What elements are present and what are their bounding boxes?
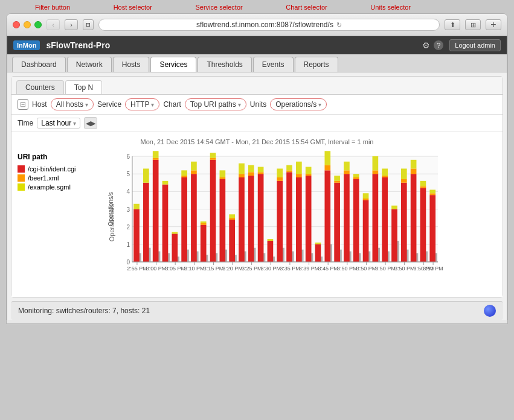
chart-legend: URI path /cgi-bin/ident.cgi /beer1.xml bbox=[18, 150, 96, 291]
browser-titlebar: ‹ › ⊡ sflowtrend.sf.inmon.com:8087/sflow… bbox=[7, 14, 507, 36]
minimize-button[interactable] bbox=[24, 21, 31, 28]
sub-tab-topn[interactable]: Top N bbox=[65, 80, 102, 94]
svg-rect-86 bbox=[268, 241, 274, 262]
svg-rect-107 bbox=[306, 167, 312, 174]
svg-rect-97 bbox=[286, 165, 292, 171]
svg-text:6: 6 bbox=[126, 153, 130, 160]
fullscreen-button[interactable] bbox=[34, 21, 42, 28]
svg-rect-52 bbox=[201, 225, 207, 262]
svg-text:3:39 PM: 3:39 PM bbox=[299, 266, 320, 272]
svg-rect-131 bbox=[353, 177, 359, 179]
sub-tab-counters[interactable]: Counters bbox=[16, 80, 64, 94]
svg-rect-76 bbox=[248, 176, 254, 262]
filter-icon[interactable]: ⊟ bbox=[18, 99, 28, 110]
svg-rect-161 bbox=[411, 160, 417, 169]
svg-rect-106 bbox=[306, 174, 312, 176]
nav-tab-thresholds[interactable]: Thresholds bbox=[198, 57, 251, 72]
svg-rect-170 bbox=[429, 193, 435, 195]
chart-selector[interactable]: Top URI paths ▾ bbox=[185, 98, 246, 110]
svg-rect-112 bbox=[315, 243, 321, 244]
help-icon[interactable]: ? bbox=[434, 40, 443, 50]
units-label: Units bbox=[250, 100, 266, 109]
service-selector-arrow: ▾ bbox=[151, 101, 154, 108]
svg-rect-42 bbox=[181, 177, 187, 262]
bar-chart-svg: Operations/s 0123456Operations/s2:55 PM3… bbox=[106, 150, 444, 289]
nav-tab-dashboard[interactable]: Dashboard bbox=[12, 57, 66, 72]
svg-rect-73 bbox=[239, 174, 245, 177]
url-bar[interactable]: sflowtrend.sf.inmon.com:8087/sflowtrend/… bbox=[98, 19, 440, 31]
settings-icon[interactable]: ⚙ bbox=[422, 40, 430, 50]
svg-rect-43 bbox=[181, 176, 187, 177]
svg-rect-145 bbox=[382, 176, 388, 177]
svg-text:2:55 PM: 2:55 PM bbox=[127, 266, 147, 272]
forward-button[interactable]: › bbox=[65, 19, 78, 30]
svg-rect-35 bbox=[162, 181, 169, 185]
svg-text:3:30 PM: 3:30 PM bbox=[261, 266, 281, 272]
svg-rect-58 bbox=[210, 153, 216, 158]
svg-rect-84 bbox=[258, 167, 264, 173]
svg-text:3:05 PM: 3:05 PM bbox=[165, 266, 185, 272]
svg-rect-77 bbox=[248, 172, 254, 176]
annotations-row: Filter button Host selector Service sele… bbox=[0, 0, 423, 12]
nav-tab-hosts[interactable]: Hosts bbox=[113, 57, 150, 72]
svg-rect-102 bbox=[296, 174, 302, 177]
svg-text:3:35 PM: 3:35 PM bbox=[280, 266, 300, 272]
logout-button[interactable]: Logout admin bbox=[449, 39, 501, 51]
time-selector[interactable]: Last hour ▾ bbox=[37, 118, 80, 129]
status-icon bbox=[484, 305, 496, 317]
svg-rect-105 bbox=[306, 176, 312, 262]
browser-window: ‹ › ⊡ sflowtrend.sf.inmon.com:8087/sflow… bbox=[6, 13, 508, 324]
sub-tabs: Counters Top N bbox=[11, 77, 503, 95]
svg-rect-153 bbox=[401, 183, 407, 262]
share-button[interactable]: ⬆ bbox=[445, 19, 460, 30]
annotation-filter: Filter button bbox=[35, 4, 70, 11]
tab-view-icon[interactable]: ⊡ bbox=[83, 19, 94, 30]
legend-item-0: /cgi-bin/ident.cgi bbox=[18, 165, 96, 173]
svg-text:3:50 PM: 3:50 PM bbox=[375, 266, 396, 272]
app-title: sFlowTrend-Pro bbox=[46, 40, 416, 50]
svg-rect-30 bbox=[153, 151, 159, 158]
svg-rect-87 bbox=[268, 239, 274, 241]
svg-rect-37 bbox=[172, 234, 178, 262]
svg-rect-124 bbox=[344, 174, 350, 262]
svg-text:1: 1 bbox=[126, 241, 130, 248]
legend-item-2: /example.sgml bbox=[18, 183, 96, 191]
nav-tabs: Dashboard Network Hosts Services Thresho… bbox=[7, 54, 507, 72]
nav-tab-events[interactable]: Events bbox=[253, 57, 294, 72]
svg-text:3:50 PM: 3:50 PM bbox=[356, 266, 377, 272]
new-tab-button[interactable]: + bbox=[486, 19, 501, 30]
svg-rect-25 bbox=[143, 183, 149, 262]
svg-rect-144 bbox=[382, 177, 388, 262]
svg-text:0: 0 bbox=[126, 259, 130, 266]
svg-rect-154 bbox=[401, 179, 407, 183]
chart-label: Chart bbox=[163, 100, 181, 109]
svg-rect-82 bbox=[258, 174, 264, 262]
status-text: Monitoring: switches/routers: 7, hosts: … bbox=[18, 307, 150, 315]
close-button[interactable] bbox=[13, 21, 20, 28]
svg-rect-78 bbox=[248, 165, 254, 173]
back-button[interactable]: ‹ bbox=[47, 19, 60, 30]
service-selector[interactable]: HTTP ▾ bbox=[125, 98, 159, 110]
svg-rect-34 bbox=[162, 185, 169, 262]
annotation-service: Service selector bbox=[195, 4, 242, 11]
svg-rect-96 bbox=[286, 170, 292, 172]
app-header: InMon sFlowTrend-Pro ⚙ ? Logout admin bbox=[7, 36, 507, 54]
svg-rect-120 bbox=[334, 183, 340, 262]
host-selector[interactable]: All hosts ▾ bbox=[51, 98, 94, 110]
window-button[interactable]: ⊞ bbox=[465, 19, 481, 30]
refresh-icon[interactable]: ↻ bbox=[336, 21, 342, 29]
time-label: Time bbox=[18, 119, 33, 127]
svg-rect-68 bbox=[229, 214, 235, 218]
svg-rect-126 bbox=[344, 162, 350, 171]
units-selector-arrow: ▾ bbox=[318, 101, 321, 108]
nav-tab-network[interactable]: Network bbox=[67, 57, 112, 72]
units-selector[interactable]: Operations/s ▾ bbox=[270, 98, 327, 110]
chart-selector-arrow: ▾ bbox=[238, 101, 241, 108]
nav-tab-services[interactable]: Services bbox=[150, 57, 196, 72]
svg-rect-72 bbox=[239, 177, 245, 262]
nav-tab-reports[interactable]: Reports bbox=[295, 57, 338, 72]
time-nav-button[interactable]: ◀▶ bbox=[84, 117, 97, 129]
svg-rect-171 bbox=[429, 189, 435, 193]
status-bar: Monitoring: switches/routers: 7, hosts: … bbox=[11, 301, 503, 320]
svg-rect-93 bbox=[277, 168, 283, 177]
